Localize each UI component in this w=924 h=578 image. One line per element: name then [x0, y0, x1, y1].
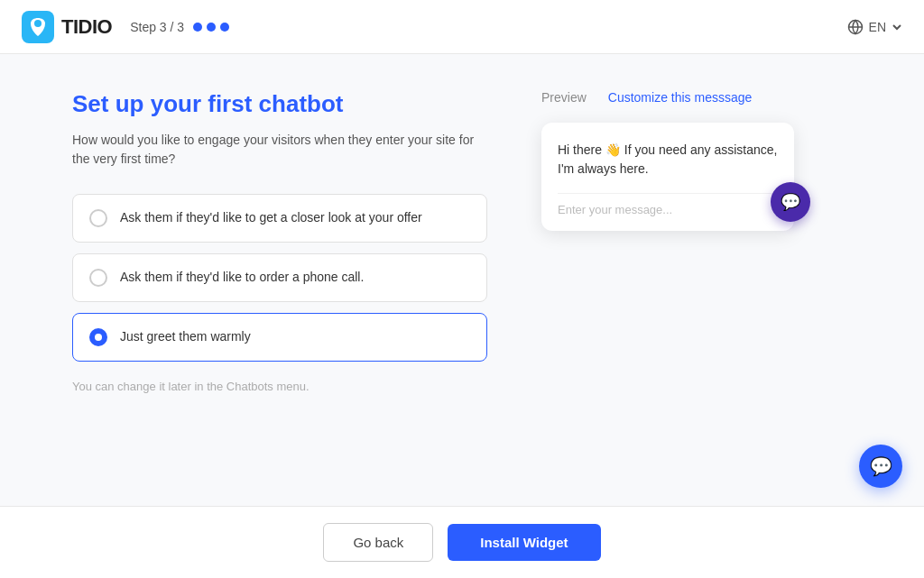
option-label-1: Ask them if they'd like to get a closer …	[120, 209, 422, 227]
option-label-3: Just greet them warmly	[120, 328, 251, 346]
main-content: Set up your first chatbot How would you …	[0, 54, 924, 506]
globe-icon	[847, 19, 864, 35]
option-card-3[interactable]: Just greet them warmly	[72, 313, 487, 362]
chat-input-area: Enter your message...	[558, 193, 778, 216]
options-list: Ask them if they'd like to get a closer …	[72, 194, 487, 362]
language-label: EN	[869, 20, 886, 34]
header: TIDIO Step 3 / 3 EN	[0, 0, 924, 54]
radio-3	[89, 328, 107, 346]
logo: TIDIO	[22, 11, 112, 43]
install-widget-button[interactable]: Install Widget	[448, 524, 600, 561]
preview-header: Preview Customize this messsage	[541, 90, 848, 105]
bottom-fab-button[interactable]: 💬	[859, 445, 902, 488]
step-dot-1	[193, 23, 202, 32]
logo-icon	[22, 11, 54, 43]
chat-preview: Hi there 👋 If you need any assistance, I…	[541, 123, 794, 231]
chat-fab-icon: 💬	[781, 192, 800, 212]
step-dots	[193, 23, 229, 32]
hint-text: You can change it later in the Chatbots …	[72, 380, 487, 393]
step-indicator: Step 3 / 3	[130, 20, 229, 34]
bottom-fab-icon: 💬	[870, 455, 892, 477]
page-description: How would you like to engage your visito…	[72, 131, 487, 169]
radio-inner-3	[95, 334, 102, 341]
radio-1	[89, 209, 107, 227]
chevron-down-icon	[892, 22, 902, 32]
customize-link[interactable]: Customize this messsage	[608, 90, 753, 105]
logo-text: TIDIO	[61, 15, 112, 39]
header-left: TIDIO Step 3 / 3	[22, 11, 229, 43]
page-title: Set up your first chatbot	[72, 90, 487, 118]
radio-2	[89, 269, 107, 287]
svg-point-1	[34, 20, 42, 27]
language-selector[interactable]: EN	[847, 19, 902, 35]
step-dot-2	[207, 23, 216, 32]
option-card-2[interactable]: Ask them if they'd like to order a phone…	[72, 253, 487, 302]
option-label-2: Ask them if they'd like to order a phone…	[120, 269, 364, 287]
step-text: Step 3 / 3	[130, 20, 184, 34]
step-dot-3	[220, 23, 229, 32]
chat-placeholder: Enter your message...	[558, 203, 672, 216]
footer: Go back Install Widget	[0, 506, 924, 578]
chat-bubble: Hi there 👋 If you need any assistance, I…	[558, 141, 778, 179]
chat-fab[interactable]: 💬	[771, 182, 810, 222]
option-card-1[interactable]: Ask them if they'd like to get a closer …	[72, 194, 487, 243]
left-panel: Set up your first chatbot How would you …	[72, 90, 487, 506]
preview-label: Preview	[541, 90, 587, 105]
right-panel: Preview Customize this messsage Hi there…	[541, 90, 848, 506]
go-back-button[interactable]: Go back	[323, 523, 433, 562]
